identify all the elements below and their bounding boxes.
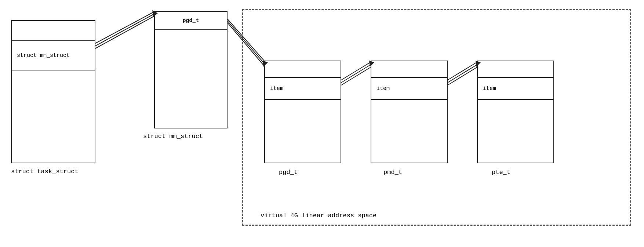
pmd-box: item: [371, 61, 448, 163]
task-struct-box: struct mm_struct: [11, 20, 95, 163]
pgd-header-cell: [265, 61, 341, 78]
diagram-container: struct mm_struct struct task_struct pgd_…: [0, 0, 644, 247]
mm-struct-header-cell: pgd_t: [155, 12, 227, 30]
pte-header-cell: [478, 61, 553, 78]
pmd-label: pmd_t: [383, 169, 402, 176]
pte-item-cell: item: [478, 78, 553, 100]
mm-struct-label: struct mm_struct: [143, 133, 203, 140]
vspace-label: virtual 4G linear address space: [261, 212, 376, 219]
pmd-body: [371, 100, 447, 164]
task-struct-mm-field: struct mm_struct: [12, 41, 95, 70]
pte-body: [478, 100, 553, 164]
pte-box: item: [477, 61, 554, 163]
pmd-item-cell: item: [371, 78, 447, 100]
mm-struct-box: pgd_t: [154, 11, 228, 128]
task-struct-header-cell: [12, 21, 95, 41]
task-struct-body: [12, 70, 95, 164]
mm-struct-body: [155, 30, 227, 129]
svg-line-0: [95, 12, 154, 43]
svg-line-1: [95, 14, 154, 46]
pgd-label: pgd_t: [279, 169, 298, 176]
svg-line-2: [95, 16, 154, 48]
pmd-header-cell: [371, 61, 447, 78]
pgd-body: [265, 100, 341, 164]
pte-label: pte_t: [492, 169, 510, 176]
task-struct-label: struct task_struct: [11, 168, 79, 175]
pgd-box: item: [264, 61, 341, 163]
pgd-item-cell: item: [265, 78, 341, 100]
